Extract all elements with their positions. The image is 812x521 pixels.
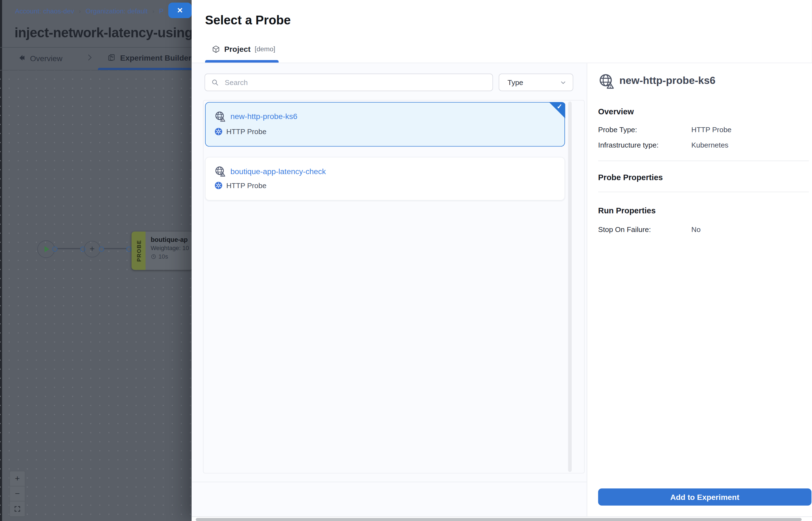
select-probe-drawer: ✕ Select a Probe Project [demo] Type new… (192, 0, 812, 521)
probe-search (205, 73, 493, 91)
probe-properties-heading: Probe Properties (598, 173, 663, 182)
detail-row-value: No (691, 225, 701, 234)
pipeline-edge (103, 248, 126, 249)
kubernetes-icon (214, 181, 223, 189)
active-tab-indicator (205, 60, 279, 63)
run-properties-heading: Run Properties (598, 206, 656, 216)
chevron-right-icon (86, 53, 94, 62)
detail-row-value: Kubernetes (691, 141, 728, 149)
screen: Account: chaos-dev›Organization: default… (0, 0, 812, 521)
search-input[interactable] (224, 77, 474, 87)
overview-heading: Overview (598, 107, 634, 116)
detail-row-label: Probe Type: (598, 125, 637, 134)
kubernetes-icon (214, 128, 223, 136)
probe-details-title: new-http-probe-ks6 (619, 74, 716, 86)
check-icon: ✓ (557, 103, 562, 110)
probe-details-panel: new-http-probe-ks6 Overview Probe Type: … (587, 63, 812, 516)
play-icon (44, 246, 49, 252)
project-cube-icon (212, 45, 220, 53)
probe-card-selected[interactable]: new-http-probe-ks6 HTTP Probe ✓ (205, 102, 565, 146)
edge-port (99, 247, 104, 252)
horizontal-scrollbar[interactable] (192, 516, 812, 521)
breadcrumb-account-link[interactable]: Account: chaos-dev (15, 7, 74, 15)
search-icon (211, 78, 219, 86)
probe-node-weightage: Weightage: 10 (151, 245, 191, 251)
divider (0, 47, 192, 48)
fit-to-screen-button[interactable] (10, 501, 25, 516)
add-step-button[interactable]: + (84, 241, 100, 257)
zoom-in-button[interactable]: + (10, 471, 25, 486)
experiment-builder-background: Account: chaos-dev›Organization: default… (0, 0, 192, 521)
tab-project-label: Project (224, 44, 251, 53)
tab-overview[interactable]: Overview (30, 54, 63, 63)
type-filter-dropdown[interactable]: Type (498, 73, 573, 91)
breadcrumb-org-link[interactable]: Organization: default (86, 7, 148, 15)
probe-type: HTTP Probe (214, 181, 266, 189)
tab-project-scope: [demo] (255, 45, 275, 53)
edge-port (126, 247, 132, 252)
experiment-title: inject-network-latency-using-isti (15, 25, 192, 41)
http-probe-icon (214, 166, 226, 177)
experiment-builder-tab-icon (107, 53, 115, 62)
pipeline-canvas[interactable] (0, 70, 192, 521)
list-scrollbar[interactable] (568, 101, 572, 472)
probe-type: HTTP Probe (214, 128, 266, 136)
http-probe-icon (598, 73, 614, 89)
drawer-title: Select a Probe (205, 13, 291, 27)
horizontal-scrollbar-thumb[interactable] (196, 518, 802, 521)
probe-node-card[interactable]: PROBE boutique-ap Weightage: 10 10s (132, 231, 193, 270)
tab-project[interactable]: Project [demo] (212, 44, 276, 53)
zoom-out-button[interactable]: − (10, 486, 25, 501)
breadcrumb-separator: › (153, 8, 155, 15)
detail-row-label: Infrastructure type: (598, 141, 658, 149)
breadcrumb: Account: chaos-dev›Organization: default… (15, 7, 164, 15)
probe-list-container (203, 100, 584, 474)
detail-row-label: Stop On Failure: (598, 225, 651, 234)
divider (192, 482, 587, 482)
type-filter-label: Type (507, 78, 523, 86)
probe-name-link[interactable]: new-http-probe-ks6 (231, 112, 298, 121)
divider (598, 161, 809, 161)
breadcrumb-project-link[interactable]: P (159, 7, 163, 15)
detail-row-value: HTTP Probe (691, 125, 732, 134)
probe-node-name: boutique-ap (151, 236, 191, 243)
http-probe-icon (214, 111, 226, 122)
divider (598, 192, 809, 192)
probe-name-link[interactable]: boutique-app-latency-check (231, 167, 326, 176)
close-button[interactable]: ✕ (168, 2, 192, 18)
chevron-down-icon (559, 78, 567, 86)
add-to-experiment-button[interactable]: Add to Experiment (598, 489, 811, 505)
probe-node-duration: 10s (151, 253, 168, 260)
probe-badge: PROBE (132, 231, 145, 270)
clock-icon (151, 254, 157, 259)
canvas-zoom-controls: + − (9, 471, 25, 517)
pipeline-edge (56, 248, 80, 249)
overview-tab-icon (18, 54, 26, 62)
fullscreen-icon (14, 505, 21, 512)
breadcrumb-separator: › (79, 8, 81, 15)
edge-port (52, 247, 57, 252)
probe-card[interactable]: boutique-app-latency-check HTTP Probe (205, 157, 565, 200)
tab-experiment-builder[interactable]: Experiment Builder (120, 53, 191, 62)
